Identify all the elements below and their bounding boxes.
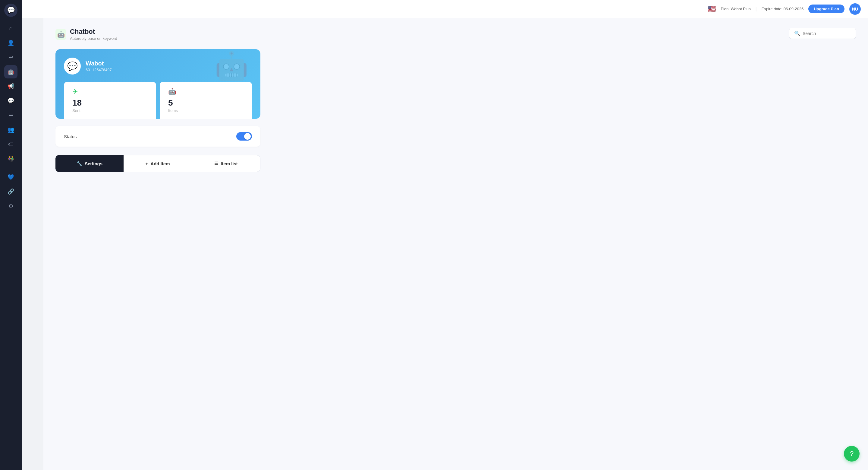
sent-value: 18 xyxy=(72,98,148,108)
item-list-btn-label: Item list xyxy=(221,161,238,166)
loyalty-icon: 💙 xyxy=(7,174,14,180)
topbar-divider: | xyxy=(755,6,757,12)
search-input[interactable] xyxy=(803,31,851,36)
flag-icon: 🇺🇸 xyxy=(708,5,716,13)
sidebar-divider xyxy=(5,168,16,168)
topbar: 🇺🇸 Plan: Wabot Plus | Expire date: 06-09… xyxy=(22,0,868,18)
search-bar[interactable]: 🔍 xyxy=(789,28,856,39)
home-icon: ⌂ xyxy=(9,25,13,32)
sidebar-item-team[interactable]: 👥 xyxy=(4,123,18,136)
groups-icon: 👫 xyxy=(7,155,14,162)
search-icon: 🔍 xyxy=(794,30,800,36)
sidebar-item-groups[interactable]: 👫 xyxy=(4,152,18,165)
main-content: 🤖 Chatbot Autoreply base on keyword 🔍 💬 … xyxy=(43,18,868,470)
items-icon: 🤖 xyxy=(168,88,244,96)
sent-icon: ✈ xyxy=(72,88,148,96)
page-title-text-group: Chatbot Autoreply base on keyword xyxy=(70,28,117,41)
sidebar-item-home[interactable]: ⌂ xyxy=(4,22,18,35)
sidebar-item-chat[interactable]: 💬 xyxy=(4,94,18,108)
sidebar-item-export[interactable]: ➡ xyxy=(4,109,18,122)
sidebar-item-loyalty[interactable]: 💙 xyxy=(4,171,18,184)
settings-btn-icon: 🔧 xyxy=(76,161,82,166)
stats-row: ✈ 18 Sent 🤖 5 Items xyxy=(64,82,252,119)
page-title: Chatbot xyxy=(70,28,117,36)
settings-btn-label: Settings xyxy=(85,161,102,166)
sidebar: 💬 ⌂ 👤 ↩ 🤖 📢 💬 ➡ 👥 🏷 👫 💙 🔗 ⚙ xyxy=(0,0,22,470)
sidebar-item-contacts[interactable]: 👤 xyxy=(4,36,18,50)
add-item-btn-icon: + xyxy=(146,161,148,166)
tags-icon: 🏷 xyxy=(8,141,13,148)
add-item-btn-label: Add Item xyxy=(150,161,170,166)
sent-label: Sent xyxy=(72,108,148,113)
toggle-knob xyxy=(244,133,251,140)
team-icon: 👥 xyxy=(7,126,14,133)
chat-icon: 💬 xyxy=(7,97,14,104)
chatbot-icon: 🤖 xyxy=(7,68,14,75)
integrations-icon: 🔗 xyxy=(7,188,14,195)
sidebar-item-broadcast[interactable]: 📢 xyxy=(4,80,18,93)
plan-label: Plan: Wabot Plus xyxy=(721,7,750,11)
page-subtitle: Autoreply base on keyword xyxy=(70,36,117,41)
chatbot-page-icon: 🤖 xyxy=(57,31,65,38)
avatar: NU xyxy=(849,3,861,15)
page-header: 🤖 Chatbot Autoreply base on keyword 🔍 xyxy=(56,28,856,41)
logo-icon: 💬 xyxy=(7,6,15,14)
stat-card-items: 🤖 5 Items xyxy=(160,82,252,119)
expire-label: Expire date: 06-09-2025 xyxy=(762,7,804,11)
bot-card: 💬 Wabot 601125476497 🤖 ✈ 18 Sent 🤖 5 Ite… xyxy=(56,49,260,119)
sidebar-logo[interactable]: 💬 xyxy=(4,4,18,17)
status-section: Status xyxy=(56,126,260,147)
items-label: Items xyxy=(168,108,244,113)
add-item-button[interactable]: + Add Item xyxy=(124,155,192,172)
broadcast-icon: 📢 xyxy=(7,83,14,90)
bot-bg-decoration: 🤖 xyxy=(215,52,248,79)
sidebar-item-settings[interactable]: ⚙ xyxy=(4,199,18,213)
item-list-button[interactable]: ☰ Item list xyxy=(192,155,260,172)
bot-avatar-icon: 💬 xyxy=(67,61,78,71)
status-label: Status xyxy=(64,134,77,139)
help-button[interactable]: ? xyxy=(844,446,860,462)
item-list-btn-icon: ☰ xyxy=(214,161,218,166)
action-bar: 🔧 Settings + Add Item ☰ Item list xyxy=(56,155,260,172)
help-icon: ? xyxy=(850,450,854,458)
sidebar-item-chatbot[interactable]: 🤖 xyxy=(4,65,18,79)
stat-card-sent: ✈ 18 Sent xyxy=(64,82,156,119)
sidebar-item-tags[interactable]: 🏷 xyxy=(4,138,18,151)
status-toggle[interactable] xyxy=(236,132,252,141)
bot-info: Wabot 601125476497 xyxy=(86,60,112,72)
page-title-icon: 🤖 xyxy=(56,29,66,40)
settings-gear-icon: ⚙ xyxy=(8,203,13,209)
sidebar-item-reply[interactable]: ↩ xyxy=(4,51,18,64)
items-value: 5 xyxy=(168,98,244,108)
bot-phone: 601125476497 xyxy=(86,67,112,72)
bot-avatar: 💬 xyxy=(64,58,81,75)
page-title-group: 🤖 Chatbot Autoreply base on keyword xyxy=(56,28,117,41)
settings-button[interactable]: 🔧 Settings xyxy=(56,155,124,172)
sidebar-item-integrations[interactable]: 🔗 xyxy=(4,185,18,198)
bot-name: Wabot xyxy=(86,60,112,67)
contacts-icon: 👤 xyxy=(7,39,14,46)
export-icon: ➡ xyxy=(9,112,13,119)
reply-icon: ↩ xyxy=(9,54,13,61)
upgrade-plan-button[interactable]: Upgrade Plan xyxy=(808,4,844,13)
